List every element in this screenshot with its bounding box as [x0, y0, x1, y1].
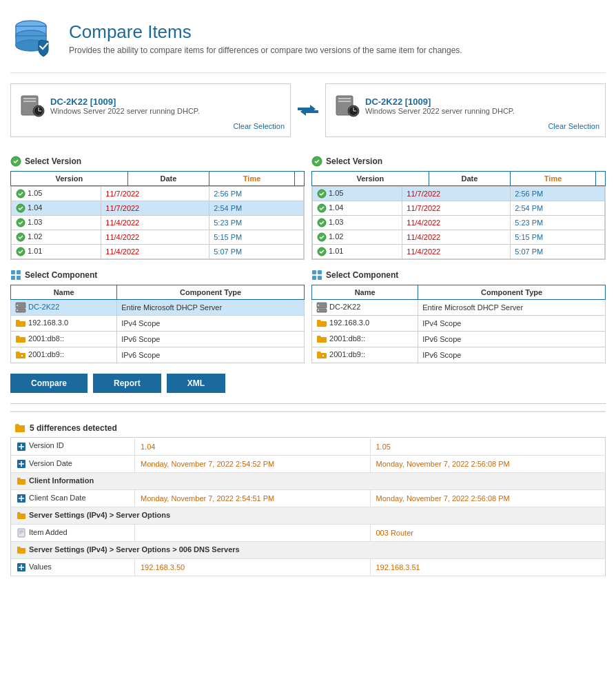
differences-table: Version ID 1.04 1.05 Version Date Monday…	[10, 437, 606, 576]
svg-rect-7	[23, 101, 36, 102]
left-item-desc: Windows Server 2022 server running DHCP.	[50, 107, 200, 115]
right-version-row[interactable]: 1.05 11/7/2022 2:56 PM	[313, 187, 605, 201]
diff-row: Item Added 003 Router	[11, 524, 606, 541]
action-buttons-bar: Compare Report XML	[10, 374, 606, 393]
component-icon-left	[10, 270, 21, 281]
right-item-info: DC-2K22 [1009] Windows Server 2022 serve…	[365, 97, 515, 115]
version-icon-right	[311, 156, 322, 167]
left-item-icon	[20, 93, 45, 118]
svg-point-33	[17, 305, 18, 306]
right-item-desc: Windows Server 2022 server running DHCP.	[365, 107, 515, 115]
right-version-col-date: Date	[429, 172, 511, 186]
diff-row: Version ID 1.04 1.05	[11, 438, 606, 455]
svg-point-51	[322, 354, 325, 357]
right-version-data: 1.05 11/7/2022 2:56 PM 1.04 11/7/2022 2:…	[312, 186, 605, 259]
diff-row: Server Settings (IPv4) > Server Options …	[11, 542, 606, 559]
left-component-row[interactable]: DC-2K22 Entire Microsoft DHCP Server	[11, 300, 305, 316]
right-component-table: Name Component Type DC-2K22 Entire Micro…	[311, 285, 606, 363]
differences-section: 5 differences detected Version ID 1.04 1…	[10, 411, 606, 576]
left-component-row[interactable]: 2001:db8:: IPv6 Scope	[11, 332, 305, 347]
left-component-row[interactable]: 192.168.3.0 IPv4 Scope	[11, 316, 305, 332]
left-component-table: Name Component Type DC-2K22 Entire Micro…	[10, 285, 305, 363]
diff-row: Values 192.168.3.50 192.168.3.51	[11, 559, 606, 576]
svg-rect-16	[338, 101, 351, 102]
right-component-row[interactable]: DC-2K22 Entire Microsoft DHCP Server	[312, 300, 606, 316]
left-version-row[interactable]: 1.04 11/7/2022 2:54 PM	[12, 201, 304, 216]
diff-row: Version Date Monday, November 7, 2022 2:…	[11, 455, 606, 472]
right-version-label: Select Version	[326, 156, 382, 166]
svg-point-49	[318, 305, 319, 306]
left-comp-col-type: Component Type	[117, 285, 305, 300]
component-icon-right	[311, 270, 322, 281]
svg-point-35	[21, 354, 23, 357]
left-item-card: DC-2K22 [1009] Windows Server 2022 serve…	[10, 83, 291, 137]
svg-rect-43	[312, 270, 316, 274]
right-comp-col-name: Name	[312, 285, 418, 300]
right-version-col-version: Version	[312, 172, 429, 186]
left-selection-panel: Select Version Version Date Time	[10, 148, 305, 363]
right-version-section: Select Version Version Date Time	[311, 156, 606, 260]
left-version-row[interactable]: 1.03 11/4/2022 5:23 PM	[12, 216, 304, 230]
left-version-data: 1.05 11/7/2022 2:56 PM 1.04 11/7/2022 2:…	[11, 186, 304, 259]
right-comp-col-type: Component Type	[418, 285, 606, 300]
left-version-label: Select Version	[25, 156, 81, 166]
right-scroll-spacer	[596, 172, 606, 186]
diff-row: Server Settings (IPv4) > Server Options	[11, 507, 606, 524]
left-component-row[interactable]: 2001:db9:: IPv6 Scope	[11, 347, 305, 363]
left-item-name: DC-2K22 [1009]	[50, 97, 200, 107]
left-version-col-time: Time	[209, 172, 295, 186]
version-icon-left	[10, 156, 21, 167]
divider	[10, 403, 606, 404]
left-clear-selection[interactable]: Clear Selection	[233, 122, 285, 130]
swap-arrows	[291, 103, 325, 117]
left-version-section: Select Version Version Date Time	[10, 156, 305, 260]
svg-rect-15	[338, 98, 351, 99]
left-version-row[interactable]: 1.01 11/4/2022 5:07 PM	[12, 245, 304, 259]
app-logo	[10, 14, 59, 62]
left-item-info: DC-2K22 [1009] Windows Server 2022 serve…	[50, 97, 200, 115]
page-title: Compare Items	[69, 21, 462, 43]
right-component-row[interactable]: 192.168.3.0 IPv4 Scope	[312, 316, 606, 332]
left-version-table: Version Date Time	[10, 171, 305, 186]
right-component-section: Select Component Name Component Type DC-…	[311, 270, 606, 363]
left-version-col-version: Version	[11, 172, 128, 186]
page-title-block: Compare Items Provides the ability to co…	[69, 21, 462, 55]
report-button[interactable]: Report	[93, 374, 161, 393]
diff-folder-icon	[14, 423, 25, 434]
right-selection-panel: Select Version Version Date Time	[311, 148, 606, 363]
svg-point-34	[17, 310, 18, 311]
right-item-icon	[335, 93, 360, 118]
svg-rect-44	[318, 270, 322, 274]
right-version-row[interactable]: 1.02 11/4/2022 5:15 PM	[313, 230, 605, 245]
right-version-row[interactable]: 1.01 11/4/2022 5:07 PM	[313, 245, 605, 259]
diff-header-row: 5 differences detected	[10, 419, 606, 437]
left-comp-col-name: Name	[11, 285, 117, 300]
right-component-label: Select Component	[326, 270, 398, 280]
diff-row: Client Information	[11, 472, 606, 489]
xml-button[interactable]: XML	[167, 374, 225, 393]
left-component-section: Select Component Name Component Type DC-…	[10, 270, 305, 363]
right-version-row[interactable]: 1.04 11/7/2022 2:54 PM	[313, 201, 605, 216]
right-version-row[interactable]: 1.03 11/4/2022 5:23 PM	[313, 216, 605, 230]
svg-rect-27	[11, 270, 15, 274]
right-component-row[interactable]: 2001:db8:: IPv6 Scope	[312, 332, 606, 347]
page-header: Compare Items Provides the ability to co…	[10, 7, 606, 73]
svg-rect-28	[17, 270, 21, 274]
diff-row: Client Scan Date Monday, November 7, 202…	[11, 489, 606, 507]
right-version-scroll[interactable]: 1.05 11/7/2022 2:56 PM 1.04 11/7/2022 2:…	[311, 186, 606, 260]
svg-rect-30	[17, 276, 21, 280]
right-component-row[interactable]: 2001:db9:: IPv6 Scope	[312, 347, 606, 363]
svg-point-50	[318, 310, 319, 311]
svg-rect-45	[312, 276, 316, 280]
compare-button[interactable]: Compare	[10, 374, 88, 393]
right-item-name: DC-2K22 [1009]	[365, 97, 515, 107]
right-clear-selection[interactable]: Clear Selection	[548, 122, 599, 130]
left-version-row[interactable]: 1.02 11/4/2022 5:15 PM	[12, 230, 304, 245]
svg-rect-6	[23, 98, 36, 99]
page-subtitle: Provides the ability to compare items fo…	[69, 45, 462, 55]
left-version-scroll[interactable]: 1.05 11/7/2022 2:56 PM 1.04 11/7/2022 2:…	[10, 186, 305, 260]
right-item-card: DC-2K22 [1009] Windows Server 2022 serve…	[325, 83, 606, 137]
left-version-row[interactable]: 1.05 11/7/2022 2:56 PM	[12, 187, 304, 201]
left-version-col-date: Date	[127, 172, 209, 186]
svg-rect-46	[318, 276, 322, 280]
